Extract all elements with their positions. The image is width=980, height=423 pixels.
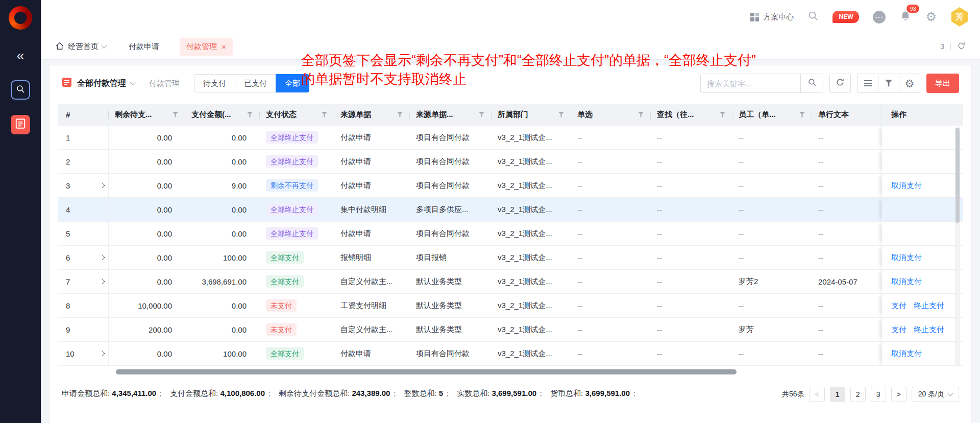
table-row[interactable]: 40.000.00全部终止支付集中付款明细多项目多供应...v3_2_1测试企.…	[58, 198, 963, 222]
status-badge: 剩余不再支付	[266, 179, 318, 192]
tab-payment-request[interactable]: 付款申请	[129, 42, 159, 52]
vertical-scrollbar[interactable]	[955, 127, 960, 366]
pagination: 共56条 < 123 > 20 条/页	[782, 387, 959, 402]
view-subtitle[interactable]: 付款管理	[149, 79, 180, 88]
horizontal-scrollbar-thumb[interactable]	[116, 369, 737, 374]
refresh-button[interactable]	[829, 74, 851, 93]
cell-radio: --	[571, 157, 651, 166]
refresh-tab-icon[interactable]	[957, 41, 966, 52]
filter-icon[interactable]	[638, 112, 644, 118]
cell-dept: v3_2_1测试企...	[492, 229, 571, 239]
column-header-idx: #	[58, 104, 87, 126]
table-row[interactable]: 70.003,698,691.00全部支付自定义付款主...默认业务类型v3_2…	[58, 270, 963, 294]
table-row[interactable]: 100.00100.00全部支付付款申请项目有合同付款v3_2_1测试企...-…	[58, 342, 963, 366]
cell-lookup: --	[651, 277, 732, 286]
prev-page-button[interactable]: <	[810, 387, 825, 402]
horizontal-scrollbar[interactable]	[58, 369, 963, 374]
breadcrumb-home[interactable]: 经营首页	[55, 41, 106, 52]
cell-op: 支付终止支付	[881, 318, 963, 341]
cell-source: 工资支付明细	[334, 301, 410, 311]
cell-idx: 6	[58, 253, 87, 262]
action-link[interactable]: 取消支付	[891, 349, 922, 359]
vertical-scrollbar-thumb[interactable]	[955, 128, 960, 223]
action-link[interactable]: 取消支付	[891, 253, 922, 263]
filter-icon[interactable]	[720, 112, 725, 118]
expand-row-icon[interactable]	[99, 182, 105, 188]
action-link[interactable]: 取消支付	[891, 277, 922, 287]
notifications-button[interactable]: 93	[899, 10, 912, 24]
table-row[interactable]: 50.000.00全部终止支付付款申请项目有合同付款v3_2_1测试企...--…	[58, 222, 963, 246]
column-header-status[interactable]: 支付状态	[260, 104, 334, 126]
cell-amount: 100.00	[185, 253, 260, 262]
summary-separator: ；	[390, 389, 398, 397]
cell-expand	[87, 294, 109, 317]
table-row[interactable]: 10.000.00全部终止支付付款申请项目有合同付款v3_2_1测试企...--…	[58, 126, 963, 150]
workspace-center-button[interactable]: 方案中心	[750, 12, 794, 22]
column-header-radio[interactable]: 单选	[571, 104, 651, 126]
filter-icon[interactable]	[397, 112, 403, 118]
column-header-source_type[interactable]: 来源单据...	[410, 104, 492, 126]
cell-line_text: --	[812, 205, 881, 214]
column-header-remain[interactable]: 剩余待支...	[109, 104, 185, 126]
column-header-dept[interactable]: 所属部门	[492, 104, 571, 126]
table-row[interactable]: 20.000.00全部终止支付付款申请项目有合同付款v3_2_1测试企...--…	[58, 150, 963, 174]
row-density-button[interactable]	[857, 74, 878, 93]
sidebar-collapse-icon[interactable]: «	[16, 49, 24, 63]
app-logo[interactable]	[9, 6, 32, 30]
expand-row-icon[interactable]	[99, 254, 105, 260]
cell-employee: 罗芳2	[732, 277, 812, 287]
page-button-2[interactable]: 2	[850, 387, 866, 402]
avatar[interactable]: 芳	[950, 7, 969, 27]
filter-button[interactable]	[878, 74, 899, 93]
page-button-1[interactable]: 1	[830, 387, 845, 402]
summary-line: 申请金额总和: 4,345,411.00；支付金额总和: 4,100,806.0…	[62, 385, 741, 401]
filter-icon[interactable]	[322, 112, 327, 118]
export-button[interactable]: 导出	[926, 74, 959, 93]
tab-payment-manage[interactable]: 付款管理 ×	[180, 38, 233, 56]
global-search-icon[interactable]	[807, 10, 819, 24]
column-header-lookup[interactable]: 查找（往...	[651, 104, 732, 126]
next-page-button[interactable]: >	[891, 387, 906, 402]
filter-icon[interactable]	[799, 112, 805, 118]
search-input[interactable]	[701, 74, 800, 92]
action-link[interactable]: 终止支付	[914, 301, 944, 311]
page-size-select[interactable]: 20 条/页	[912, 387, 959, 402]
filter-icon[interactable]	[479, 112, 484, 118]
filter-icon[interactable]	[558, 112, 564, 118]
segment-pending[interactable]: 待支付	[194, 74, 235, 92]
sidebar-search-button[interactable]	[11, 80, 30, 100]
search-submit-button[interactable]	[800, 74, 823, 92]
segment-paid[interactable]: 已支付	[235, 74, 276, 92]
close-tab-icon[interactable]: ×	[222, 42, 226, 51]
column-settings-button[interactable]: ⚙	[899, 74, 920, 93]
page-button-3[interactable]: 3	[871, 387, 886, 402]
messages-icon[interactable]: ···	[873, 11, 886, 24]
sidebar-item-payment-module[interactable]	[11, 115, 30, 134]
action-link[interactable]: 支付	[891, 325, 906, 335]
column-header-source[interactable]: 来源单据	[334, 104, 410, 126]
column-header-amount[interactable]: 支付金额(...	[185, 104, 260, 126]
expand-row-icon[interactable]	[99, 350, 105, 356]
list-toolbar: 全部付款管理 付款管理 待支付 已支付 全部	[62, 74, 959, 93]
segment-all[interactable]: 全部	[276, 74, 309, 92]
filter-icon[interactable]	[247, 112, 253, 118]
settings-gear-icon[interactable]: ⚙	[925, 11, 937, 23]
table-row[interactable]: 60.00100.00全部支付报销明细项目报销v3_2_1测试企...-----…	[58, 246, 963, 270]
column-header-employee[interactable]: 员工（单...	[732, 104, 812, 126]
action-link[interactable]: 支付	[891, 301, 906, 311]
cell-source_type: 项目有合同付款	[410, 349, 492, 359]
table-row[interactable]: 30.009.00剩余不再支付付款申请项目有合同付款v3_2_1测试企...--…	[58, 174, 963, 198]
cell-remain: 0.00	[109, 229, 185, 238]
cell-source_type: 默认业务类型	[410, 325, 492, 335]
action-link[interactable]: 取消支付	[891, 181, 922, 191]
cell-source: 付款申请	[334, 157, 410, 167]
table-row[interactable]: 9200.000.00未支付自定义付款主...默认业务类型v3_2_1测试企..…	[58, 318, 963, 342]
cell-lookup: --	[651, 325, 732, 334]
action-link[interactable]: 终止支付	[914, 325, 944, 335]
view-title[interactable]: 全部付款管理	[77, 78, 135, 89]
cell-remain: 0.00	[109, 253, 185, 262]
new-badge[interactable]: NEW	[832, 11, 859, 23]
filter-icon[interactable]	[173, 112, 178, 118]
expand-row-icon[interactable]	[99, 278, 105, 284]
table-row[interactable]: 810,000.000.00未支付工资支付明细默认业务类型v3_2_1测试企..…	[58, 294, 963, 318]
